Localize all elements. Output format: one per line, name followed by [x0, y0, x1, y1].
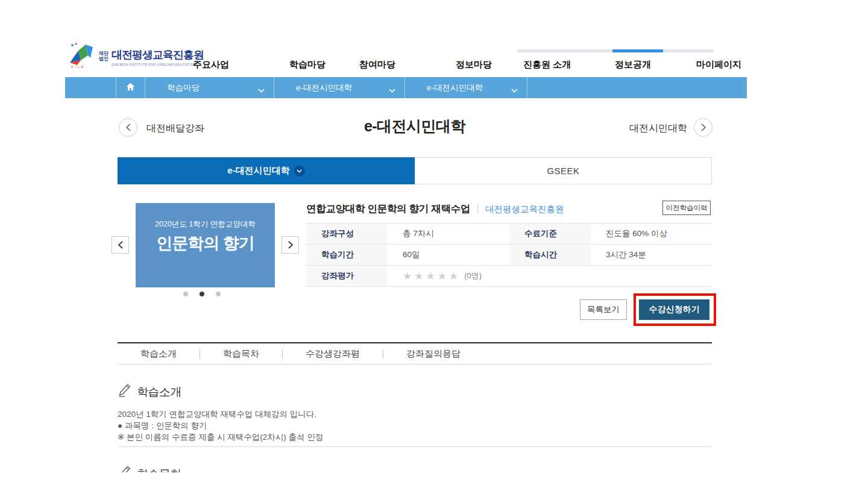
- info-label-composition: 강좌구성: [306, 224, 388, 244]
- carousel-dot-1[interactable]: [183, 292, 188, 296]
- chevron-down-badge-icon: [294, 166, 305, 177]
- course-provider-link[interactable]: 대전평생교육진흥원: [485, 204, 564, 215]
- rating-count: (0명): [464, 271, 482, 281]
- intro-text: 2020년 1학기 연합교양대학 재택수업 대체강의 입니다. ● 과목명 : …: [118, 408, 323, 443]
- course-title: 연합교양대학 인문학의 향기 재택수업: [306, 202, 470, 216]
- table-row: 강좌평가 ★★★★★ (0명): [306, 266, 712, 287]
- nav-item-mypage[interactable]: 마이페이지: [696, 59, 741, 70]
- carousel-dots: [183, 292, 221, 296]
- tab-intro[interactable]: 학습소개: [118, 348, 200, 360]
- logo-icon: DILE: [68, 42, 95, 71]
- table-row: 강좌구성 총 7차시 수료기준 진도율 60% 이상: [306, 224, 712, 245]
- chevron-down-icon: [389, 86, 395, 95]
- info-value-composition: 총 7차시: [388, 224, 509, 244]
- star-rating-icons: ★★★★★: [403, 270, 461, 283]
- nav-item-disclosure[interactable]: 정보공개: [615, 59, 651, 70]
- svg-text:DILE: DILE: [71, 65, 85, 69]
- next-section-heading-clipped: 학습목차: [118, 465, 298, 472]
- chevron-down-icon: [511, 86, 518, 95]
- info-value-time: 3시간 34분: [591, 245, 712, 265]
- enroll-button[interactable]: 수강신청하기: [639, 299, 709, 320]
- banner-title: 인문학의 향기: [156, 233, 254, 254]
- logo-name-en: DAEJEON INSTITUTE FOR LIFELONG EDUCATION: [112, 63, 204, 66]
- breadcrumb-spacer: [65, 77, 116, 98]
- nav-item-information[interactable]: 정보마당: [456, 59, 492, 70]
- breadcrumb: 학습마당 e-대전시민대학 e-대전시민대학: [65, 77, 747, 98]
- breadcrumb-dropdown-category[interactable]: e-대전시민대학: [274, 77, 405, 98]
- intro-heading-label: 학습소개: [137, 384, 181, 400]
- pencil-icon: [118, 383, 132, 400]
- site-logo[interactable]: DILE 재단법인 대전평생교육진흥원 DAEJEON INSTITUTE FO…: [68, 42, 204, 71]
- table-row: 학습기간 60일 학습시간 3시간 34분: [306, 245, 712, 266]
- page: DILE 재단법인 대전평생교육진흥원 DAEJEON INSTITUTE FO…: [0, 0, 868, 488]
- banner-subtitle: 2020년도 1학기 연합교양대학: [155, 219, 256, 230]
- course-banner-image: 2020년도 1학기 연합교양대학 인문학의 향기: [136, 203, 275, 287]
- tab-gseek[interactable]: GSEEK: [415, 157, 712, 184]
- tab-e-daejeon-citizen-univ[interactable]: e-대전시민대학: [118, 157, 415, 184]
- info-value-period: 60일: [388, 245, 509, 265]
- next-page-label[interactable]: 대전시민대학: [606, 122, 687, 135]
- section-tabs: 학습소개 학습목차 수강생강좌평 강좌질의응답: [118, 342, 712, 364]
- info-value-completion: 진도율 60% 이상: [591, 224, 712, 244]
- previous-learning-history-button[interactable]: 이전학습이력: [662, 201, 711, 215]
- next-section-label: 학습목차: [137, 466, 181, 472]
- nav-item-learning[interactable]: 학습마당: [289, 59, 326, 70]
- section-divider: [118, 446, 712, 447]
- info-label-completion: 수료기준: [509, 224, 591, 244]
- breadcrumb-label: 학습마당: [167, 83, 200, 93]
- list-view-button[interactable]: 목록보기: [580, 299, 627, 320]
- nav-scroll-indicator: [517, 49, 713, 52]
- tab-label: GSEEK: [547, 166, 579, 176]
- carousel-dot-2-active[interactable]: [200, 292, 204, 296]
- next-page-button[interactable]: [694, 118, 712, 137]
- chevron-down-icon: [258, 86, 265, 95]
- tab-reviews[interactable]: 수강생강좌평: [283, 348, 383, 360]
- intro-line: ● 과목명 : 인문학의 향기: [118, 420, 323, 431]
- logo-text: 재단법인 대전평생교육진흥원 DAEJEON INSTITUTE FOR LIF…: [99, 48, 204, 66]
- tab-contents[interactable]: 학습목차: [200, 348, 282, 360]
- logo-name: 대전평생교육진흥원: [112, 48, 204, 62]
- carousel-prev-button[interactable]: [112, 236, 129, 254]
- intro-line: 2020년 1학기 연합교양대학 재택수업 대체강의 입니다.: [118, 408, 323, 420]
- nav-item-major-business[interactable]: 주요사업: [193, 59, 229, 70]
- home-icon: [126, 83, 135, 93]
- intro-section-heading: 학습소개: [118, 383, 181, 400]
- nav-item-about[interactable]: 진흥원 소개: [523, 59, 571, 70]
- course-info-table: 강좌구성 총 7차시 수료기준 진도율 60% 이상 학습기간 60일 학습시간…: [306, 223, 712, 287]
- intro-line: ※ 본인 이름의 수료증 제출 시 재택수업(2차시) 출석 인정: [118, 431, 323, 443]
- breadcrumb-label: e-대전시민대학: [427, 83, 483, 93]
- breadcrumb-dropdown-learning[interactable]: 학습마당: [145, 77, 274, 98]
- pencil-icon: [118, 465, 132, 472]
- divider: [477, 204, 478, 214]
- breadcrumb-label: e-대전시민대학: [296, 83, 352, 93]
- breadcrumb-dropdown-subcategory[interactable]: e-대전시민대학: [405, 77, 527, 98]
- carousel-next-button[interactable]: [281, 236, 299, 254]
- carousel-dot-3[interactable]: [216, 292, 221, 296]
- info-label-rating: 강좌평가: [306, 266, 388, 286]
- nav-scroll-indicator-thumb: [612, 49, 663, 52]
- nav-item-participation[interactable]: 참여마당: [359, 59, 395, 70]
- breadcrumb-home[interactable]: [116, 77, 145, 98]
- info-label-period: 학습기간: [306, 245, 388, 265]
- info-label-time: 학습시간: [509, 245, 591, 265]
- tab-qna[interactable]: 강좌질의응답: [383, 348, 483, 360]
- tab-label: e-대전시민대학: [227, 165, 289, 177]
- logo-prefix: 재단법인: [99, 51, 110, 62]
